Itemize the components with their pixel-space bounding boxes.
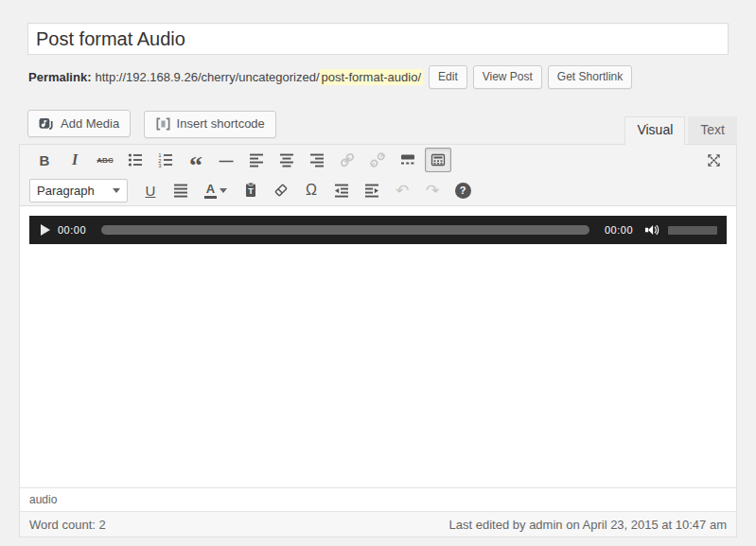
horizontal-rule-button[interactable]: — xyxy=(213,148,239,172)
play-icon[interactable] xyxy=(41,224,50,236)
permalink-slug[interactable]: post-format-audio/ xyxy=(320,69,424,85)
align-left-button[interactable] xyxy=(243,148,270,172)
eraser-icon xyxy=(273,182,290,199)
italic-button[interactable]: I xyxy=(62,148,88,172)
help-button[interactable]: ? xyxy=(449,178,476,203)
get-shortlink-button[interactable]: Get Shortlink xyxy=(548,65,632,90)
format-select[interactable]: Paragraph xyxy=(29,179,128,203)
paste-text-icon: T xyxy=(242,182,259,199)
element-path-bar: audio xyxy=(20,487,736,511)
add-media-label: Add Media xyxy=(61,116,119,131)
format-select-value: Paragraph xyxy=(37,184,95,198)
read-more-button[interactable] xyxy=(395,148,421,172)
insert-link-button[interactable] xyxy=(334,148,360,172)
current-time: 00:00 xyxy=(58,224,86,236)
svg-text:T: T xyxy=(248,186,254,196)
unlink-icon xyxy=(369,151,386,168)
strikethrough-button[interactable]: ABC xyxy=(92,148,118,172)
read-more-icon xyxy=(399,151,416,168)
indent-icon xyxy=(363,182,380,199)
permalink-row: Permalink: http://192.168.9.26/cherry/un… xyxy=(28,64,737,90)
bulleted-list-icon xyxy=(127,151,144,168)
view-post-button[interactable]: View Post xyxy=(473,65,542,90)
last-edited-text: Last edited by admin on April 23, 2015 a… xyxy=(449,518,727,532)
align-left-icon xyxy=(248,151,265,168)
progress-rail[interactable] xyxy=(101,225,589,235)
align-center-icon xyxy=(278,151,295,168)
numbered-list-button[interactable]: 1 2 3 xyxy=(152,148,179,172)
text-color-button[interactable]: A xyxy=(198,178,234,203)
align-center-button[interactable] xyxy=(273,148,300,172)
editor-container: B I ABC 1 2 3 “ — xyxy=(19,144,737,537)
bold-button[interactable]: B xyxy=(31,148,58,172)
underline-button[interactable]: U xyxy=(137,178,164,203)
permalink-label: Permalink: xyxy=(28,70,91,84)
question-circle-icon: ? xyxy=(455,183,471,199)
outdent-icon xyxy=(333,182,350,199)
remove-link-button[interactable] xyxy=(364,148,391,172)
editor-status-bar: Word count: 2 Last edited by admin on Ap… xyxy=(20,511,736,537)
media-buttons-row: Add Media Insert shortcode Visual Text xyxy=(19,110,737,144)
svg-text:3: 3 xyxy=(158,163,162,168)
link-icon xyxy=(339,151,356,168)
permalink-url: http://192.168.9.26/cherry/uncategorized… xyxy=(95,70,319,84)
editor-content-area[interactable]: 00:00 00:00 xyxy=(20,205,736,487)
numbered-list-icon: 1 2 3 xyxy=(157,151,174,168)
toolbar-toggle-button[interactable] xyxy=(425,148,451,172)
fullscreen-expand-icon xyxy=(706,152,722,168)
toolbar-row-1: B I ABC 1 2 3 “ — xyxy=(20,145,736,175)
word-count-label: Word count: xyxy=(29,518,96,532)
distraction-free-button[interactable] xyxy=(700,148,727,172)
text-color-indicator: A xyxy=(204,183,217,199)
insert-shortcode-icon xyxy=(155,117,171,131)
audio-player: 00:00 00:00 xyxy=(29,216,727,244)
special-character-button[interactable]: Ω xyxy=(298,178,325,203)
kitchen-sink-icon xyxy=(430,151,447,168)
speaker-icon[interactable] xyxy=(644,223,660,237)
tab-text[interactable]: Text xyxy=(688,116,737,145)
toolbar-row-2: Paragraph U A xyxy=(20,175,736,205)
volume-slider[interactable] xyxy=(668,226,717,235)
post-title-input[interactable] xyxy=(27,23,729,55)
element-path-item[interactable]: audio xyxy=(29,493,57,506)
chevron-down-icon xyxy=(220,188,227,193)
align-right-button[interactable] xyxy=(304,148,330,172)
paste-as-text-button[interactable]: T xyxy=(237,178,264,203)
add-media-icon xyxy=(39,116,55,131)
editor-mode-tabs: Visual Text xyxy=(624,116,737,145)
align-right-icon xyxy=(308,151,325,168)
word-count: Word count: 2 xyxy=(29,518,106,532)
tab-visual[interactable]: Visual xyxy=(624,116,685,145)
indent-button[interactable] xyxy=(359,178,385,203)
blockquote-button[interactable]: “ xyxy=(183,148,209,172)
redo-button[interactable]: ↷ xyxy=(419,178,446,203)
chevron-down-icon xyxy=(113,188,120,193)
insert-shortcode-label: Insert shortcode xyxy=(177,116,265,131)
outdent-button[interactable] xyxy=(328,178,355,203)
clear-formatting-button[interactable] xyxy=(268,178,294,203)
duration-time: 00:00 xyxy=(605,224,633,236)
bulleted-list-button[interactable] xyxy=(122,148,149,172)
post-edit-screen: Permalink: http://192.168.9.26/cherry/un… xyxy=(0,0,756,546)
insert-shortcode-button[interactable]: Insert shortcode xyxy=(144,111,276,138)
word-count-value: 2 xyxy=(98,518,105,532)
justify-icon xyxy=(172,182,189,199)
justify-button[interactable] xyxy=(167,178,194,203)
undo-button[interactable]: ↶ xyxy=(389,178,415,203)
add-media-button[interactable]: Add Media xyxy=(27,110,131,137)
edit-permalink-button[interactable]: Edit xyxy=(429,65,467,90)
